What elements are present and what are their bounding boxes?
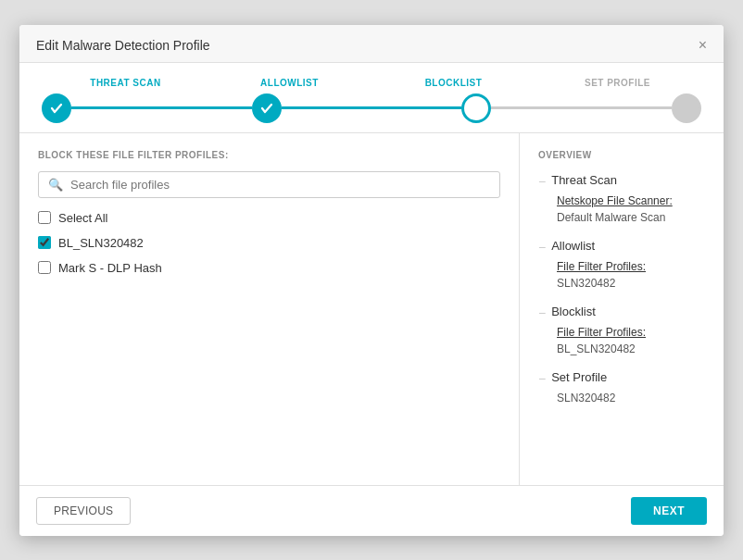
edit-malware-dialog: Edit Malware Detection Profile × THREAT … bbox=[19, 25, 724, 536]
overview-detail-text-set-profile: SLN320482 bbox=[557, 392, 615, 404]
search-input[interactable] bbox=[70, 178, 490, 192]
overview-allowlist: − Allowlist File Filter Profiles: SLN320… bbox=[538, 239, 705, 292]
overview-detail-text-threat-scan: Default Malware Scan bbox=[557, 211, 665, 224]
step-line-1 bbox=[71, 106, 252, 109]
checkbox-mark-dlp-hash-label: Mark S - DLP Hash bbox=[58, 261, 162, 275]
step-circle-threat-scan[interactable] bbox=[42, 93, 71, 123]
overview-detail-link-threat-scan: Netskope File Scanner: bbox=[557, 193, 705, 209]
dialog-header: Edit Malware Detection Profile × bbox=[19, 25, 724, 63]
block-profiles-label: BLOCK THESE FILE FILTER PROFILES: bbox=[38, 150, 500, 160]
close-button[interactable]: × bbox=[699, 38, 707, 53]
overview-detail-text-blocklist: BL_SLN320482 bbox=[557, 342, 636, 355]
checkbox-select-all-input[interactable] bbox=[38, 211, 51, 224]
checkbox-bl-sln320482: BL_SLN320482 bbox=[38, 236, 500, 250]
step-line-2 bbox=[282, 106, 462, 109]
overview-label: OVERVIEW bbox=[538, 150, 705, 160]
stepper-circles-row bbox=[42, 93, 701, 123]
minus-icon-allowlist: − bbox=[538, 240, 546, 255]
checkbox-select-all: Select All bbox=[38, 211, 500, 225]
step-circle-allowlist[interactable] bbox=[252, 93, 282, 123]
overview-title-blocklist: Blocklist bbox=[551, 305, 596, 318]
overview-threat-scan: − Threat Scan Netskope File Scanner: Def… bbox=[538, 173, 705, 226]
right-panel: OVERVIEW − Threat Scan Netskope File Sca… bbox=[520, 133, 724, 485]
dialog-footer: PREVIOUS NEXT bbox=[19, 485, 724, 536]
overview-blocklist: − Blocklist File Filter Profiles: BL_SLN… bbox=[538, 305, 705, 357]
search-icon: 🔍 bbox=[48, 178, 63, 192]
step-label-threat-scan: THREAT SCAN bbox=[44, 78, 208, 88]
minus-icon-blocklist: − bbox=[538, 305, 546, 320]
previous-button[interactable]: PREVIOUS bbox=[36, 497, 131, 525]
checkbox-mark-dlp-hash-input[interactable] bbox=[38, 261, 51, 274]
step-line-3 bbox=[491, 106, 672, 109]
overview-detail-link-allowlist: File Filter Profiles: bbox=[557, 258, 705, 275]
stepper: THREAT SCAN ALLOWLIST BLOCKLIST SET PROF… bbox=[19, 63, 724, 133]
minus-icon-set-profile: − bbox=[538, 371, 546, 386]
checkbox-bl-sln320482-input[interactable] bbox=[38, 236, 51, 249]
overview-title-allowlist: Allowlist bbox=[551, 239, 595, 253]
checkbox-bl-sln320482-label: BL_SLN320482 bbox=[58, 236, 144, 250]
dialog-body: BLOCK THESE FILE FILTER PROFILES: 🔍 Sele… bbox=[19, 133, 724, 485]
overview-detail-link-blocklist: File Filter Profiles: bbox=[557, 324, 705, 341]
step-label-set-profile: SET PROFILE bbox=[535, 78, 699, 88]
stepper-labels: THREAT SCAN ALLOWLIST BLOCKLIST SET PROF… bbox=[42, 78, 701, 88]
search-box: 🔍 bbox=[38, 171, 500, 198]
checkbox-select-all-label: Select All bbox=[58, 211, 107, 225]
checkbox-mark-dlp-hash: Mark S - DLP Hash bbox=[38, 261, 500, 275]
step-circle-set-profile[interactable] bbox=[672, 93, 701, 123]
dialog-title: Edit Malware Detection Profile bbox=[36, 38, 210, 53]
step-label-allowlist: ALLOWLIST bbox=[208, 78, 372, 88]
overview-title-set-profile: Set Profile bbox=[551, 370, 607, 384]
overview-detail-text-allowlist: SLN320482 bbox=[557, 277, 615, 290]
overview-title-threat-scan: Threat Scan bbox=[551, 173, 617, 187]
next-button[interactable]: NEXT bbox=[631, 497, 707, 525]
overview-set-profile: − Set Profile SLN320482 bbox=[538, 370, 705, 406]
left-panel: BLOCK THESE FILE FILTER PROFILES: 🔍 Sele… bbox=[19, 133, 520, 485]
step-circle-blocklist[interactable] bbox=[461, 93, 491, 123]
step-label-blocklist: BLOCKLIST bbox=[372, 78, 535, 88]
minus-icon-threat-scan: − bbox=[538, 174, 546, 189]
